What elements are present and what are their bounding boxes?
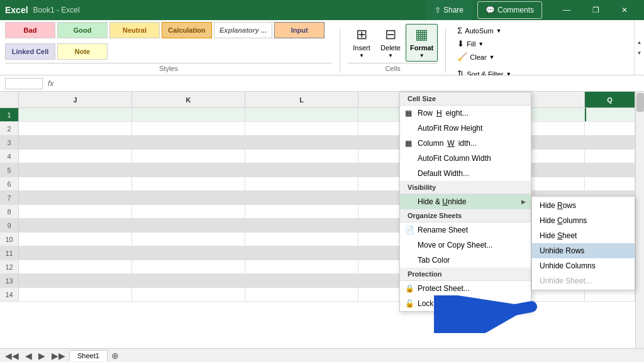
delete-arrow: ▼ xyxy=(388,53,393,58)
row-num-9: 9 xyxy=(0,219,19,232)
insert-button[interactable]: ⊞ Insert ▼ xyxy=(348,24,375,62)
fill-button[interactable]: ⬇ Fill ▼ xyxy=(453,38,487,50)
table-row: 2 xyxy=(0,122,644,136)
lock-cell-item[interactable]: 🔓 Lock Cell xyxy=(400,296,531,311)
sheet-nav-next[interactable]: ▶ xyxy=(36,351,48,361)
ribbon-expand[interactable]: ▲ ▼ xyxy=(634,20,644,75)
restore-button[interactable]: ❐ xyxy=(581,0,610,20)
hide-sheet-item[interactable]: Hide Sheet xyxy=(532,228,635,243)
hide-unhide-item[interactable]: Hide & Unhide xyxy=(400,194,531,209)
unhide-columns-item[interactable]: Unhide Columns xyxy=(532,258,635,273)
row-height-icon: ▦ xyxy=(405,109,412,118)
share-icon: ⇧ xyxy=(435,6,441,14)
autofit-row-label: AutoFit Row Height xyxy=(418,124,482,133)
row-height-item[interactable]: ▦ Row Height... xyxy=(400,106,531,121)
clear-button[interactable]: 🧹 Clear ▼ xyxy=(453,51,498,63)
unhide-rows-label: Unhide Rows xyxy=(540,246,584,255)
row-num-11: 11 xyxy=(0,246,19,260)
row-num-3: 3 xyxy=(0,136,19,149)
table-row: 1 xyxy=(0,108,644,122)
lock-icon: 🔓 xyxy=(405,299,414,308)
col-width-item[interactable]: ▦ Column Width... xyxy=(400,136,531,151)
rename-sheet-icon: 📄 xyxy=(405,226,414,234)
row-num-1: 1 xyxy=(0,108,19,121)
hide-columns-label: Hide Columns xyxy=(540,216,587,225)
autofit-col-label: AutoFit Column Width xyxy=(418,154,491,163)
row-num-10: 10 xyxy=(0,233,19,246)
expand-down-icon: ▼ xyxy=(637,50,642,56)
style-linked[interactable]: Linked Cell xyxy=(5,43,55,60)
title-bar: Excel Book1 - Excel ⇧ Share 💬 Comments —… xyxy=(0,0,644,20)
add-sheet-button[interactable]: ⊕ xyxy=(111,351,119,361)
spreadsheet-area: fx J K L M N Q 1 2 3 xyxy=(0,75,644,348)
autosum-icon: Σ xyxy=(457,26,462,35)
fill-icon: ⬇ xyxy=(457,39,464,48)
row-num-8: 8 xyxy=(0,205,19,218)
style-calculation[interactable]: Calculation xyxy=(162,22,212,38)
close-button[interactable]: ✕ xyxy=(610,0,639,20)
default-width-item[interactable]: Default Width... xyxy=(400,166,531,181)
style-good[interactable]: Good xyxy=(57,22,108,38)
row-num-6: 6 xyxy=(0,177,19,190)
unhide-rows-item[interactable]: Unhide Rows xyxy=(532,243,635,258)
cell-size-header: Cell Size xyxy=(400,92,531,106)
cell-j1[interactable] xyxy=(19,108,132,121)
hide-unhide-label: Hide & Unhide xyxy=(418,197,466,206)
row-num-14: 14 xyxy=(0,288,19,301)
sheet-nav-prev[interactable]: ◀ xyxy=(23,351,35,361)
col-header-q[interactable]: Q xyxy=(585,92,635,107)
style-note[interactable]: Note xyxy=(57,43,108,60)
formula-input[interactable] xyxy=(58,79,639,88)
row-num-2: 2 xyxy=(0,122,19,135)
autofit-row-item[interactable]: AutoFit Row Height xyxy=(400,121,531,136)
cells-label: Cells xyxy=(348,63,438,72)
clear-label: Clear xyxy=(470,53,486,61)
col-header-j[interactable]: J xyxy=(19,92,132,107)
protect-icon: 🔒 xyxy=(405,284,414,293)
share-button[interactable]: ⇧ Share xyxy=(426,0,472,20)
format-button[interactable]: ▦ Format ▼ xyxy=(406,24,438,62)
style-explanatory[interactable]: Explanatory ... xyxy=(214,22,272,38)
default-width-label: Default Width... xyxy=(418,169,469,178)
style-bad[interactable]: Bad xyxy=(5,22,55,38)
tab-color-label: Tab Color xyxy=(418,256,450,265)
col-header-l[interactable]: L xyxy=(245,92,358,107)
row-num-7: 7 xyxy=(0,191,19,204)
hide-columns-item[interactable]: Hide Columns xyxy=(532,213,635,228)
protection-header: Protection xyxy=(400,268,531,281)
move-copy-item[interactable]: Move or Copy Sheet... xyxy=(400,238,531,253)
vertical-scrollbar[interactable] xyxy=(635,92,644,348)
rename-sheet-label: Rename Sheet xyxy=(418,226,468,234)
row-header-spacer xyxy=(0,92,19,107)
tab-color-item[interactable]: Tab Color xyxy=(400,253,531,268)
protect-sheet-item[interactable]: 🔒 Protect Sheet... xyxy=(400,281,531,296)
minimize-button[interactable]: — xyxy=(552,0,581,20)
style-input[interactable]: Input xyxy=(274,22,325,38)
sheet-nav-last[interactable]: ▶▶ xyxy=(49,351,68,361)
rename-sheet-item[interactable]: 📄 Rename Sheet xyxy=(400,222,531,238)
cell-k1[interactable] xyxy=(132,108,245,121)
unhide-sheet-item[interactable]: Unhide Sheet... xyxy=(532,273,635,288)
autofit-col-item[interactable]: AutoFit Column Width xyxy=(400,151,531,166)
fx-icon: fx xyxy=(48,79,53,88)
table-row: 6 xyxy=(0,177,644,191)
comments-button[interactable]: 💬 Comments xyxy=(477,1,542,19)
cell-j2[interactable] xyxy=(19,122,132,135)
column-headers: J K L M N Q xyxy=(0,92,644,108)
cell-q1[interactable] xyxy=(585,108,635,121)
clear-icon: 🧹 xyxy=(457,52,467,62)
comments-icon: 💬 xyxy=(486,6,495,14)
sheet-tab-1[interactable]: Sheet1 xyxy=(69,350,108,361)
app-title: Excel xyxy=(5,5,28,15)
style-neutral[interactable]: Neutral xyxy=(109,22,160,38)
delete-button[interactable]: ⊟ Delete ▼ xyxy=(377,24,404,62)
sheet-nav-first[interactable]: ◀◀ xyxy=(3,351,21,361)
styles-section: Bad Good Neutral Calculation Explanatory… xyxy=(5,22,332,72)
autosum-button[interactable]: Σ AutoSum ▼ xyxy=(453,25,505,36)
cell-l1[interactable] xyxy=(245,108,358,121)
name-box[interactable] xyxy=(5,78,43,89)
col-header-k[interactable]: K xyxy=(132,92,245,107)
visibility-header: Visibility xyxy=(400,181,531,194)
hide-rows-item[interactable]: Hide Rows xyxy=(532,198,635,213)
scroll-thumb[interactable] xyxy=(636,93,644,112)
